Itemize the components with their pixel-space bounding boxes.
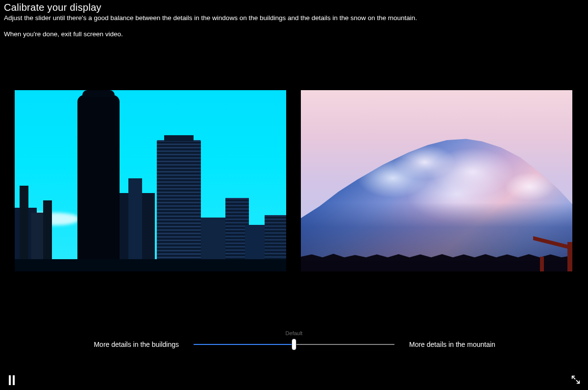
slider-label-left: More details in the buildings: [47, 341, 179, 348]
calibration-slider[interactable]: Default: [194, 337, 394, 352]
pause-button[interactable]: [9, 375, 18, 385]
preview-mountain: [301, 90, 572, 271]
exit-hint-text: When you're done, exit full screen video…: [4, 30, 584, 38]
slider-label-right: More details in the mountain: [409, 341, 541, 348]
svg-line-1: [576, 380, 579, 383]
exit-fullscreen-button[interactable]: [570, 374, 581, 385]
svg-line-0: [572, 376, 575, 379]
slider-thumb[interactable]: [292, 339, 296, 350]
calibration-previews: [15, 90, 572, 271]
page-title: Calibrate your display: [4, 2, 584, 13]
exit-fullscreen-icon: [570, 374, 581, 385]
instruction-text: Adjust the slider until there's a good b…: [4, 14, 584, 22]
pause-icon: [9, 375, 11, 385]
slider-fill: [194, 344, 294, 345]
slider-default-label: Default: [286, 330, 303, 336]
preview-buildings: [15, 90, 286, 271]
slider-track[interactable]: [194, 344, 394, 345]
